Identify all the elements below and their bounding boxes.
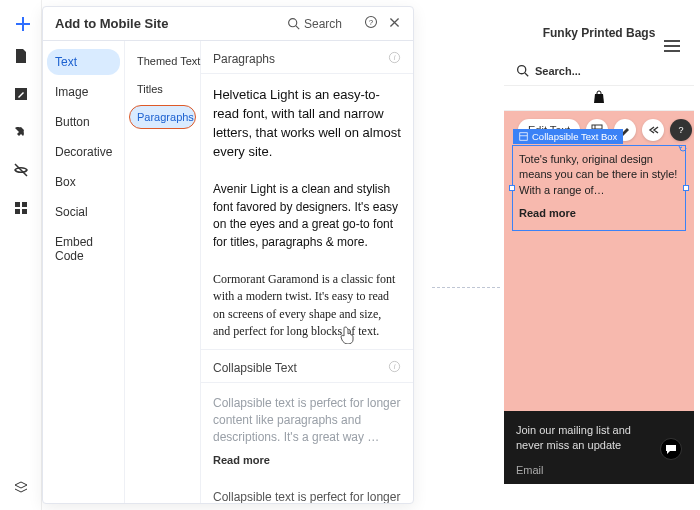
icon-strip: [504, 85, 694, 111]
read-more-link: Read more: [213, 453, 270, 469]
left-tool-rail: [0, 0, 42, 510]
subcat-titles[interactable]: Titles: [129, 77, 196, 101]
close-icon[interactable]: [388, 16, 401, 32]
edit-icon[interactable]: [13, 86, 29, 102]
panel-header: Add to Mobile Site Search ?: [43, 7, 413, 41]
category-button[interactable]: Button: [47, 109, 120, 135]
svg-point-11: [518, 66, 526, 74]
sample-collapsible-1[interactable]: Collapsible text is perfect for longer c…: [201, 383, 413, 478]
chat-icon[interactable]: [660, 438, 682, 460]
settings-icon[interactable]: [13, 124, 29, 140]
help-icon[interactable]: ?: [364, 15, 378, 32]
panel-title: Add to Mobile Site: [55, 16, 287, 31]
sample-helvetica[interactable]: Helvetica Light is an easy-to-read font,…: [201, 74, 413, 169]
section-collapsible: Collapsible Text i: [201, 349, 413, 383]
selection-badge-label: Collapsible Text Box: [532, 131, 617, 142]
mobile-preview: Funky Printed Bags Search... Edit Text ?…: [504, 0, 694, 510]
mobile-footer: Join our mailing list and never miss an …: [504, 411, 694, 484]
svg-rect-14: [520, 133, 528, 141]
category-list: Text Image Button Decorative Box Social …: [43, 41, 125, 503]
svg-text:?: ?: [678, 125, 683, 135]
panel-search-label: Search: [304, 17, 342, 31]
subcat-paragraphs[interactable]: Paragraphs: [129, 105, 196, 129]
svg-rect-0: [15, 202, 20, 207]
sample-list: Paragraphs i Helvetica Light is an easy-…: [201, 41, 413, 503]
apps-icon[interactable]: [13, 200, 29, 216]
panel-search[interactable]: Search: [287, 17, 342, 31]
panel-body: Text Image Button Decorative Box Social …: [43, 41, 413, 503]
selection-readmore: Read more: [519, 206, 576, 221]
svg-rect-2: [15, 209, 20, 214]
bag-icon[interactable]: [593, 90, 605, 107]
selection-text: Tote's funky, original design means you …: [519, 153, 677, 196]
selection-content: Tote's funky, original design means you …: [513, 146, 685, 230]
selected-element[interactable]: Collapsible Text Box Tote's funky, origi…: [512, 145, 686, 231]
add-icon[interactable]: [13, 14, 29, 30]
layers-icon[interactable]: [13, 480, 29, 496]
section-title-paragraphs: Paragraphs: [213, 52, 388, 66]
page-icon[interactable]: [13, 48, 29, 64]
category-image[interactable]: Image: [47, 79, 120, 105]
animation-icon[interactable]: [642, 119, 664, 141]
mobile-search[interactable]: Search...: [516, 64, 682, 77]
category-box[interactable]: Box: [47, 169, 120, 195]
mobile-header: Funky Printed Bags: [504, 0, 694, 46]
page-section: Edit Text ? Collapsible Text Box Tote's …: [504, 111, 694, 411]
section-title-collapsible: Collapsible Text: [213, 361, 388, 375]
visibility-off-icon[interactable]: [13, 162, 29, 178]
sample-collapsible-2[interactable]: Collapsible text is perfect for longer c…: [201, 477, 413, 503]
category-embed[interactable]: Embed Code: [47, 229, 120, 269]
selection-badge: Collapsible Text Box: [513, 129, 623, 144]
email-label: Email: [516, 464, 682, 476]
subcategory-list: Themed Text Titles Paragraphs: [125, 41, 201, 503]
category-decorative[interactable]: Decorative: [47, 139, 120, 165]
search-placeholder: Search...: [535, 65, 581, 77]
info-icon[interactable]: i: [388, 360, 401, 376]
sample-text: Collapsible text is perfect for longer c…: [213, 396, 400, 445]
category-text[interactable]: Text: [47, 49, 120, 75]
sample-cormorant[interactable]: Cormorant Garamond is a classic font wit…: [201, 259, 413, 349]
hamburger-icon[interactable]: [664, 40, 680, 55]
subcat-themed[interactable]: Themed Text: [129, 49, 196, 73]
svg-rect-1: [22, 202, 27, 207]
sample-avenir[interactable]: Avenir Light is a clean and stylish font…: [201, 169, 413, 259]
svg-point-4: [289, 19, 297, 27]
resize-handle-right[interactable]: [683, 185, 689, 191]
section-paragraphs: Paragraphs i: [201, 41, 413, 74]
info-icon[interactable]: i: [388, 51, 401, 67]
rotate-handle[interactable]: [677, 142, 689, 157]
footer-text: Join our mailing list and never miss an …: [516, 423, 682, 454]
help-icon[interactable]: ?: [670, 119, 692, 141]
add-panel: Add to Mobile Site Search ? Text Image B…: [42, 6, 414, 504]
svg-text:i: i: [394, 362, 396, 371]
sample-text: Collapsible text is perfect for longer c…: [213, 490, 400, 503]
resize-handle-left[interactable]: [509, 185, 515, 191]
svg-text:i: i: [394, 53, 396, 62]
site-title: Funky Printed Bags: [514, 26, 684, 40]
category-social[interactable]: Social: [47, 199, 120, 225]
svg-text:?: ?: [369, 18, 374, 27]
svg-rect-3: [22, 209, 27, 214]
guide-line: [432, 287, 500, 288]
